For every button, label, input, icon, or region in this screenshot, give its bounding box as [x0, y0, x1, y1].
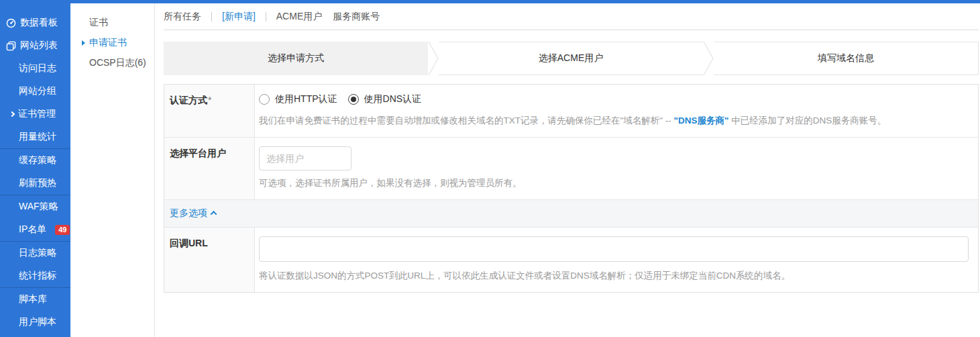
help-text: 我们在申请免费证书的过程中需要自动增加或修改相关域名的TXT记录，请先确保你已经…: [259, 115, 674, 126]
submenu-item-certificates[interactable]: 证书: [70, 13, 154, 33]
wizard-step-label: 选择ACME用户: [539, 52, 603, 64]
tab-acme-users[interactable]: ACME用户: [276, 11, 322, 23]
wizard-step-fill-domain-info: 填写域名信息: [714, 42, 979, 75]
tab-all-tasks[interactable]: 所有任务: [164, 11, 201, 23]
sidebar-item-cert-management[interactable]: 证书管理: [0, 103, 70, 126]
sidebar-item-label: WAF策略: [19, 201, 58, 213]
sidebar-item-label: 日志策略: [19, 247, 56, 259]
sidebar-item-dashboard[interactable]: 数据看板: [0, 11, 70, 34]
platform-user-label: 选择平台用户: [170, 148, 226, 158]
submenu-item-apply-cert[interactable]: 申请证书: [70, 33, 154, 53]
tab-provider-accounts[interactable]: 服务商账号: [333, 11, 380, 23]
sidebar-item-label: 刷新预热: [19, 177, 56, 189]
sidebar-item-label: 数据看板: [20, 17, 58, 29]
sidebar-item-waf-policy[interactable]: WAF策略: [0, 195, 70, 218]
apply-cert-form: 认证方式* 使用HTTP认证 使用DNS认证 我们在申请免费证书的过程中需要自动…: [164, 84, 979, 293]
layers-icon: [5, 40, 17, 52]
sidebar-item-ip-list[interactable]: IP名单 49: [0, 218, 70, 241]
step-wizard: 选择申请方式 选择ACME用户 填写域名信息: [164, 42, 979, 75]
sidebar-item-site-list[interactable]: 网站列表: [0, 34, 70, 57]
tab-separator: [211, 12, 212, 21]
form-row-more-options: 更多选项: [164, 200, 978, 228]
sidebar-item-label: 网站分组: [19, 85, 56, 97]
chevron-right-icon: [9, 111, 15, 117]
tab-new-application[interactable]: [新申请]: [222, 11, 256, 23]
form-row-platform-user: 选择平台用户 可选项，选择证书所属用户，如果没有选择，则视为管理员所有。: [164, 138, 978, 200]
wizard-step-choose-acme-user: 选择ACME用户: [439, 42, 703, 75]
caret-up-icon: [211, 211, 217, 218]
field-label: 认证方式*: [164, 85, 255, 137]
sidebar-item-log-policy[interactable]: 日志策略: [0, 242, 70, 264]
sidebar-item-user-scripts[interactable]: 用户脚本: [0, 311, 70, 334]
dashboard-icon: [5, 17, 17, 29]
submenu-item-label: 证书: [89, 17, 108, 29]
top-bar: [0, 0, 980, 3]
dns-provider-link[interactable]: "DNS服务商": [674, 115, 729, 126]
platform-user-help: 可选项，选择证书所属用户，如果没有选择，则视为管理员所有。: [259, 177, 969, 190]
main-sidebar: 数据看板 网站列表 访问日志 网站分组 证书管理 用量统计 缓存策略 刷新预热 …: [0, 0, 70, 337]
tab-separator: [266, 12, 266, 21]
sidebar-item-refresh-preheat[interactable]: 刷新预热: [0, 172, 70, 195]
radio-dns-auth-label[interactable]: 使用DNS认证: [364, 93, 422, 105]
auth-method-label: 认证方式: [170, 95, 207, 105]
sidebar-item-label: 统计指标: [19, 270, 56, 282]
sidebar-item-site-group[interactable]: 网站分组: [0, 80, 70, 103]
field-content: 使用HTTP认证 使用DNS认证 我们在申请免费证书的过程中需要自动增加或修改相…: [255, 85, 978, 137]
callback-url-label: 回调URL: [170, 238, 208, 248]
sidebar-item-label: 访问日志: [19, 62, 56, 75]
auth-method-options: 使用HTTP认证 使用DNS认证: [259, 93, 969, 105]
main-content: 所有任务 [新申请] ACME用户 服务商账号 选择申请方式 选择ACME用户 …: [155, 3, 980, 337]
sidebar-item-label: 证书管理: [18, 108, 56, 120]
platform-user-select[interactable]: [259, 146, 351, 171]
sidebar-item-access-log[interactable]: 访问日志: [0, 57, 70, 80]
radio-http-auth-label[interactable]: 使用HTTP认证: [275, 93, 337, 105]
sidebar-item-label: 脚本库: [19, 293, 47, 305]
required-mark: *: [208, 95, 211, 105]
submenu-item-label: OCSP日志(6): [89, 57, 146, 69]
form-row-auth-method: 认证方式* 使用HTTP认证 使用DNS认证 我们在申请免费证书的过程中需要自动…: [164, 85, 978, 138]
sidebar-item-usage-stats[interactable]: 用量统计: [0, 126, 70, 148]
submenu-item-ocsp-log[interactable]: OCSP日志(6): [70, 53, 154, 73]
field-content: 将认证数据以JSON的方式POST到此URL上，可以依此生成认证文件或者设置DN…: [255, 228, 978, 292]
ip-list-count-badge: 49: [55, 225, 70, 235]
callback-url-help: 将认证数据以JSON的方式POST到此URL上，可以依此生成认证文件或者设置DN…: [259, 270, 969, 283]
field-content: 可选项，选择证书所属用户，如果没有选择，则视为管理员所有。: [255, 138, 978, 199]
field-label: 选择平台用户: [164, 138, 255, 199]
field-label: 回调URL: [164, 228, 255, 292]
callback-url-input[interactable]: [259, 236, 969, 262]
tab-bar: 所有任务 [新申请] ACME用户 服务商账号: [164, 3, 979, 30]
sidebar-item-stat-metrics[interactable]: 统计指标: [0, 264, 70, 287]
sidebar-item-label: 用户脚本: [19, 316, 56, 328]
wizard-step-label: 填写域名信息: [818, 52, 874, 64]
sidebar-item-label: 缓存策略: [19, 154, 56, 166]
sidebar-item-cache-policy[interactable]: 缓存策略: [0, 149, 70, 172]
submenu-item-label: 申请证书: [89, 37, 127, 49]
wizard-step-label: 选择申请方式: [268, 52, 324, 64]
triangle-right-icon: [82, 40, 85, 46]
wizard-step-choose-method: 选择申请方式: [164, 42, 428, 75]
radio-dns-auth[interactable]: [348, 94, 359, 105]
sidebar-item-label: 网站列表: [20, 40, 58, 52]
step-chevron-icon: [428, 42, 439, 75]
sidebar-item-label: IP名单: [19, 224, 46, 236]
help-text: 中已经添加了对应的DNS服务商账号。: [728, 115, 886, 126]
radio-http-auth[interactable]: [259, 94, 270, 105]
step-chevron-icon: [703, 42, 714, 75]
auth-method-help: 我们在申请免费证书的过程中需要自动增加或修改相关域名的TXT记录，请先确保你已经…: [259, 115, 969, 128]
form-row-callback-url: 回调URL 将认证数据以JSON的方式POST到此URL上，可以依此生成认证文件…: [164, 228, 978, 292]
more-options-label: 更多选项: [170, 207, 207, 220]
more-options-toggle[interactable]: 更多选项: [170, 207, 216, 220]
sidebar-item-script-library[interactable]: 脚本库: [0, 288, 70, 311]
cert-submenu: 证书 申请证书 OCSP日志(6): [70, 3, 155, 337]
sidebar-item-label: 用量统计: [19, 131, 56, 143]
